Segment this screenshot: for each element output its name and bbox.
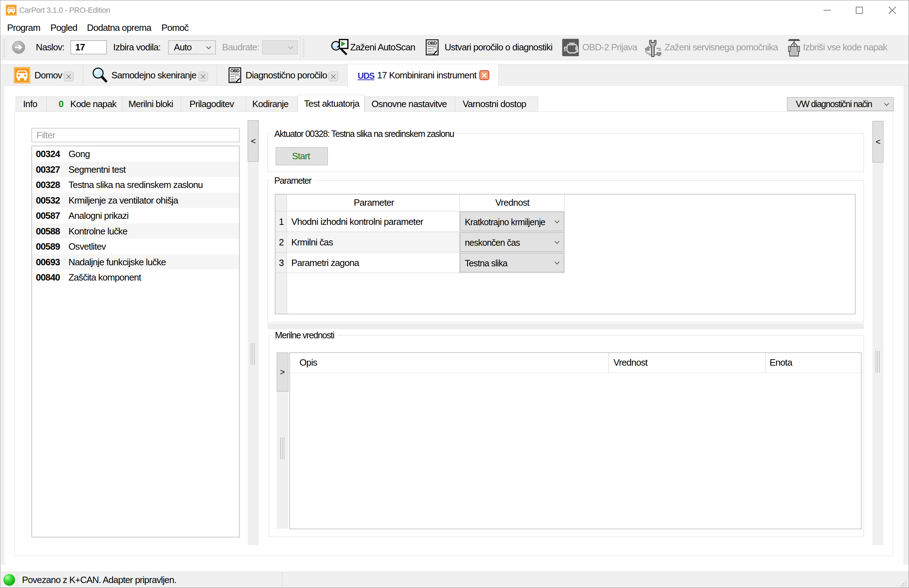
svg-text:OBD: OBD — [427, 41, 437, 46]
svg-text:OBD: OBD — [230, 68, 239, 73]
